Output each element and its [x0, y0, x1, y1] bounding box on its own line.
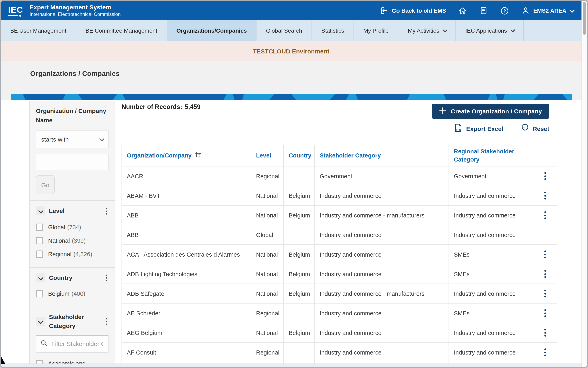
collapse-toggle[interactable]	[36, 317, 45, 326]
tab-label: Global Search	[266, 27, 302, 34]
export-excel-label: Export Excel	[466, 125, 503, 132]
help-icon[interactable]: ?	[500, 6, 509, 15]
svg-text:XLS: XLS	[456, 129, 461, 132]
cell-stakeholder: Industry and commerce - manufacturers	[315, 284, 449, 303]
collapse-toggle[interactable]	[36, 273, 45, 282]
user-menu[interactable]: EMS2 AREA	[521, 6, 573, 15]
go-back-to-old-ems-button[interactable]: Go Back to old EMS	[380, 6, 446, 15]
organizations-table: Organization/Company	[121, 145, 557, 364]
section-menu-icon[interactable]	[104, 206, 109, 216]
name-search-input[interactable]	[36, 154, 109, 170]
row-menu-icon[interactable]	[542, 172, 548, 180]
table-row: ABBGlobalIndustry and commerceIndustry a…	[122, 225, 557, 245]
column-header-country[interactable]: Country	[284, 145, 315, 166]
cell-name: ABB	[122, 225, 251, 245]
column-header-level[interactable]: Level	[251, 145, 284, 166]
filter-option-count: (400)	[72, 291, 85, 297]
section-head-country: Country	[36, 273, 109, 283]
table-header-row: Organization/Company	[122, 145, 557, 166]
column-header-stakeholder[interactable]: Stakeholder Category	[315, 145, 449, 166]
export-excel-button[interactable]: XLS Export Excel	[454, 123, 503, 134]
cell-name: ADB Safegate	[122, 284, 251, 303]
cell-regional: Industry and commerce	[449, 284, 533, 303]
row-menu-icon[interactable]	[542, 309, 548, 317]
cell-text: Industry and commerce	[320, 192, 381, 199]
cell-text: AACR	[127, 173, 143, 179]
cell-regional: Industry and commerce	[449, 225, 533, 245]
cell-text: Belgium	[289, 330, 310, 336]
horizontal-scrollbar[interactable]	[1, 364, 581, 367]
filter-option-national: National(399)	[36, 234, 109, 248]
vertical-scrollbar-thumb[interactable]	[583, 2, 586, 35]
checkbox[interactable]	[36, 290, 43, 297]
tab-label: IEC Applications	[465, 27, 507, 34]
cell-text: SMEs	[454, 310, 470, 316]
cell-country	[284, 225, 315, 245]
cell-text: National	[256, 251, 278, 258]
checkbox[interactable]	[36, 360, 43, 364]
stakeholder-filter-box	[36, 335, 109, 352]
cell-text: Industry and commerce	[320, 271, 381, 277]
cell-actions	[533, 284, 557, 303]
records-value: 5,459	[185, 103, 201, 110]
row-menu-icon[interactable]	[542, 211, 548, 219]
cell-name: ABB	[122, 205, 251, 225]
cell-text: ABAM - BVT	[127, 192, 160, 199]
table-row: AACRRegionalGovernmentGovernment	[122, 166, 557, 186]
section-menu-icon[interactable]	[104, 273, 109, 283]
row-menu-icon[interactable]	[542, 290, 548, 297]
home-icon[interactable]	[458, 6, 467, 15]
cell-text: Regional	[256, 310, 280, 316]
chevron-down-icon	[38, 208, 43, 213]
tab-statistics[interactable]: Statistics	[312, 20, 354, 41]
checkbox[interactable]	[36, 223, 43, 231]
row-menu-icon[interactable]	[542, 270, 548, 278]
vertical-scrollbar[interactable]	[581, 1, 587, 367]
tab-organizations-companies[interactable]: Organizations/Companies	[167, 20, 256, 41]
cell-stakeholder: Industry and commerce - manufacturers	[315, 205, 449, 225]
cell-country: Belgium	[284, 284, 315, 303]
country-options: Belgium(400)	[36, 287, 109, 301]
tab-be-user-management[interactable]: BE User Management	[1, 20, 76, 41]
stakeholder-filter-input[interactable]	[51, 340, 104, 348]
collapse-toggle[interactable]	[36, 207, 45, 216]
app-titles: Expert Management System International E…	[30, 3, 121, 18]
go-button[interactable]: Go	[36, 175, 55, 194]
tab-iec-applications[interactable]: IEC Applications	[456, 20, 524, 41]
chevron-down-icon	[38, 275, 43, 280]
checkbox[interactable]	[36, 250, 43, 258]
row-menu-icon[interactable]	[542, 250, 548, 258]
column-header-label: Organization/Company	[127, 152, 191, 159]
filter-option-count: (4,326)	[74, 251, 92, 257]
cell-text: National	[256, 330, 278, 336]
column-header-label: Level	[256, 152, 271, 158]
iec-logo[interactable]: IEC	[8, 5, 23, 16]
cell-regional: SMEs	[449, 245, 533, 264]
tab-global-search[interactable]: Global Search	[257, 20, 312, 41]
cell-text: Industry and commerce	[454, 330, 516, 336]
iec-logo-dot	[19, 15, 21, 17]
cell-level: National	[251, 205, 284, 225]
name-operator-select[interactable]: starts with	[36, 130, 109, 148]
column-header-organization[interactable]: Organization/Company	[122, 145, 251, 166]
table-row: AEG BelgiumNationalBelgiumIndustry and c…	[122, 323, 557, 342]
row-menu-icon[interactable]	[542, 329, 548, 337]
column-header-regional-stakeholder[interactable]: Regional Stakeholder Category	[449, 145, 533, 166]
documents-icon[interactable]	[479, 6, 488, 15]
tab-be-committee-management[interactable]: BE Committee Management	[76, 20, 167, 41]
reset-button[interactable]: Reset	[520, 124, 549, 133]
row-menu-icon[interactable]	[542, 349, 548, 356]
cell-text: Belgium	[289, 290, 310, 297]
row-menu-icon[interactable]	[542, 192, 548, 200]
cell-text: Industry and commerce	[320, 310, 381, 316]
cell-text: Industry and commerce	[320, 231, 381, 238]
cell-text: Industry and commerce	[320, 251, 381, 258]
tab-my-profile[interactable]: My Profile	[354, 20, 398, 41]
tab-my-activities[interactable]: My Activities	[398, 20, 456, 41]
checkbox[interactable]	[36, 237, 43, 244]
cell-level: National	[251, 245, 284, 264]
filter-option-text: Regional(4,326)	[48, 250, 92, 258]
create-organization-button[interactable]: Create Organization / Company	[432, 104, 549, 119]
section-menu-icon[interactable]	[104, 316, 109, 326]
chevron-down-icon	[443, 28, 448, 32]
